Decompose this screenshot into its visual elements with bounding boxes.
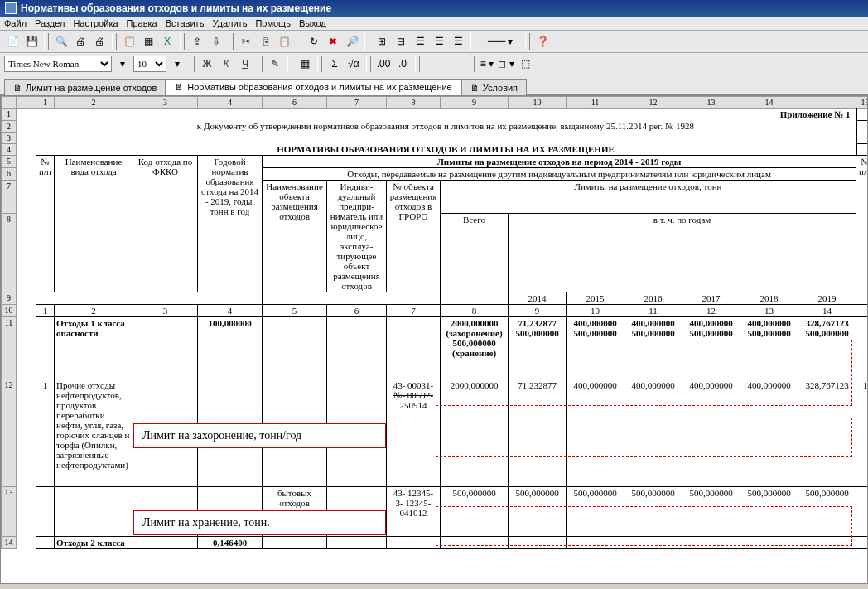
copy-doc-icon[interactable]: 📋: [121, 33, 137, 50]
annotation-storage: Лимит на хранение, тонн.: [133, 510, 386, 535]
doc-subtitle: к Документу об утверждении нормативов об…: [36, 120, 856, 143]
sheet-area[interactable]: 1 2 3 4 6 7 8 9 10 11 12 13 14 15 10 1 П…: [0, 95, 868, 584]
class1-norm: 100,000000: [198, 317, 263, 379]
toolbar-main: 📄 💾 🔍 🖨 🖨 📋 ▦ X ⇪ ⇩ ✂ ⎘ 📋 ↻ ✖ 🔎 ⊞ ⊟ ☰ ☰ …: [0, 31, 868, 53]
copy-icon[interactable]: ⎘: [257, 33, 273, 50]
app-icon: [5, 2, 17, 14]
borders-icon[interactable]: ▦: [297, 56, 313, 72]
dec-dec-icon[interactable]: .0: [394, 56, 411, 72]
document-tabs: 🗎 Лимит на размещение отходов 🗎 Норматив…: [0, 75, 868, 95]
line-style-icon[interactable]: ━━━ ▾: [480, 33, 521, 50]
delete-icon[interactable]: ✖: [325, 33, 341, 50]
row-class1[interactable]: 11 Отходы 1 класса опасности 100,000000 …: [2, 317, 869, 379]
menu-delete[interactable]: Удалить: [212, 18, 247, 28]
dec-inc-icon[interactable]: .00: [375, 56, 392, 72]
tree5-icon[interactable]: ☰: [450, 33, 466, 50]
th-limits-period: Лимиты на размещение отходов на период 2…: [263, 156, 856, 168]
th-limits-ton: Лимиты на размещение отходов, тонн: [441, 181, 856, 214]
annotation-burial: Лимит на захоронение, тонн/год: [133, 423, 386, 448]
italic-button[interactable]: К: [218, 56, 234, 72]
new-icon[interactable]: 📄: [4, 33, 21, 50]
print-preview-icon[interactable]: 🔍: [53, 33, 70, 50]
th-byyears: в т. ч. по годам: [509, 214, 856, 292]
size-select[interactable]: 10: [133, 56, 166, 72]
menu-exit[interactable]: Выход: [299, 18, 326, 28]
doc-icon: 🗎: [13, 83, 22, 93]
row-detail2[interactable]: 13 бытовых отходов (хранение) 43- 12345-…: [2, 487, 869, 537]
th-name: Наименование вида отхода: [55, 156, 133, 292]
paste-icon[interactable]: 📋: [276, 33, 292, 50]
size-dropdown-icon[interactable]: ▾: [169, 56, 186, 72]
window-title: Нормативы образования отходов и лимиты н…: [21, 2, 331, 14]
row-appendix: 1 Приложение № 1: [2, 109, 869, 121]
th-total: Всего: [441, 214, 509, 292]
export-icon[interactable]: ⇪: [189, 33, 205, 50]
tab-conditions[interactable]: 🗎 Условия: [461, 79, 527, 95]
sigma-icon[interactable]: Σ: [326, 56, 343, 72]
menu-file[interactable]: Файл: [4, 18, 27, 28]
tree-icon[interactable]: ⊞: [374, 33, 390, 50]
doc-icon: 🗎: [470, 83, 480, 93]
r1-objnum: 43- 00031- №- 00592- 250914: [387, 379, 441, 487]
valign-icon[interactable]: ◻ ▾: [498, 56, 514, 72]
tree2-icon[interactable]: ⊟: [393, 33, 409, 50]
menu-help[interactable]: Помощь: [255, 18, 291, 28]
tab-norms-label: Нормативы образования отходов и лимиты н…: [187, 82, 451, 92]
row-class2[interactable]: 14 Отходы 2 класса 0,146400: [2, 537, 869, 549]
import-icon[interactable]: ⇩: [208, 33, 224, 50]
class1-total: 2000,000000 (захоронение) 500,000000 (хр…: [441, 317, 509, 379]
tree3-icon[interactable]: ☰: [412, 33, 428, 50]
titlebar: Нормативы образования отходов и лимиты н…: [0, 0, 868, 17]
menu-insert[interactable]: Вставить: [166, 18, 205, 28]
toolbar-format: Times New Roman ▾ 10 ▾ Ж К Ч ✎ ▦ Σ √α .0…: [0, 53, 868, 75]
class1-name: Отходы 1 класса опасности: [55, 317, 133, 379]
th-objname: Наименование объекта размещения отходов: [263, 181, 327, 292]
help-icon[interactable]: ❓: [534, 33, 551, 50]
bold-button[interactable]: Ж: [199, 56, 215, 72]
tab-norms[interactable]: 🗎 Нормативы образования отходов и лимиты…: [166, 79, 461, 95]
th-transfer: Отходы, передаваемые на размещение други…: [263, 168, 856, 181]
tab-limit-label: Лимит на размещение отходов: [26, 83, 157, 93]
font-dropdown-icon[interactable]: ▾: [114, 56, 131, 72]
excel-icon[interactable]: X: [159, 33, 176, 50]
tab-conditions-label: Условия: [483, 83, 518, 93]
menubar: Файл Раздел Настройка Правка Вставить Уд…: [0, 17, 868, 31]
tab-limit[interactable]: 🗎 Лимит на размещение отходов: [4, 79, 166, 95]
brush-icon[interactable]: ✎: [267, 56, 283, 72]
align-icon[interactable]: ≡ ▾: [479, 56, 495, 72]
th-num: № п/п: [36, 156, 55, 292]
sqrt-icon[interactable]: √α: [345, 56, 362, 72]
th-code: Код отхода по ФККО: [133, 156, 198, 292]
underline-button[interactable]: Ч: [237, 56, 253, 72]
print-icon[interactable]: 🖨: [72, 33, 89, 50]
th-num2: № п/п: [856, 156, 869, 292]
row-detail1[interactable]: 12 1 Прочие отходы нефтепродуктов, проду…: [2, 379, 869, 487]
cut-icon[interactable]: ✂: [238, 33, 254, 50]
col-header-row: 1 2 3 4 6 7 8 9 10 11 12 13 14 15 10: [2, 97, 869, 109]
merge-icon[interactable]: ⬚: [517, 56, 533, 72]
menu-edit[interactable]: Правка: [127, 18, 157, 28]
save-icon[interactable]: 💾: [23, 33, 40, 50]
tree4-icon[interactable]: ☰: [431, 33, 447, 50]
th-objnum: № объекта разме­щения отходов в ГРОРО: [387, 181, 441, 292]
table-icon[interactable]: ▦: [140, 33, 157, 50]
menu-settings[interactable]: Настройка: [73, 18, 118, 28]
font-select[interactable]: Times New Roman: [4, 56, 112, 72]
refresh-icon[interactable]: ↻: [306, 33, 322, 50]
appendix-label: Приложение № 1: [36, 109, 856, 121]
doc-icon: 🗎: [175, 82, 184, 92]
th-norm: Годовой норматив образования отхода на 2…: [198, 156, 263, 292]
print2-icon[interactable]: 🖨: [91, 33, 108, 50]
find-icon[interactable]: 🔎: [344, 33, 360, 50]
th-entity: Индиви­дуальный предпри­ниматель или юри…: [327, 181, 387, 292]
r1-name: Прочие отходы нефтепродуктов, продуктов …: [55, 379, 133, 487]
doc-title: НОРМАТИВЫ ОБРАЗОВАНИЯ ОТХОДОВ И ЛИМИТЫ Н…: [36, 143, 856, 156]
menu-section[interactable]: Раздел: [35, 18, 65, 28]
